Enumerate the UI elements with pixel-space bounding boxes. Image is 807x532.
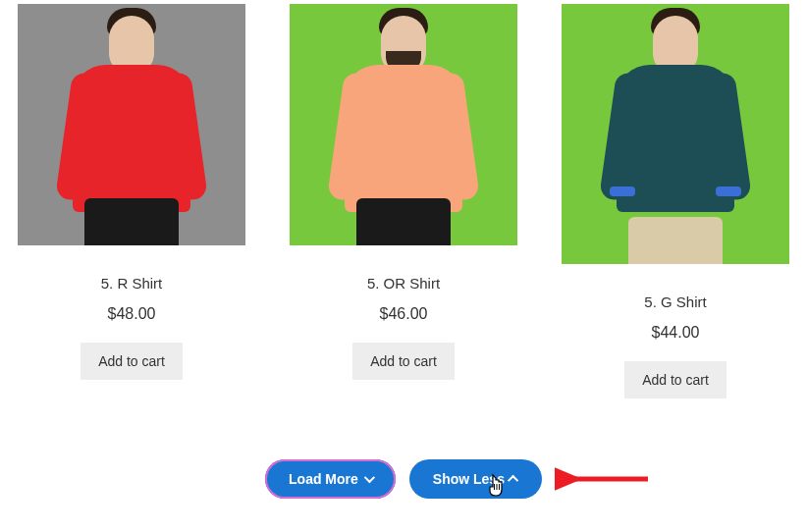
product-title: 5. OR Shirt (367, 275, 440, 292)
chevron-down-icon (364, 472, 375, 483)
load-more-button[interactable]: Load More (265, 459, 396, 499)
show-less-button[interactable]: Show Less (409, 459, 542, 499)
annotation-arrow-icon (555, 464, 653, 494)
product-price: $46.00 (380, 305, 428, 323)
product-card: 5. G Shirt $44.00 Add to cart (562, 4, 789, 399)
product-image-link[interactable] (18, 4, 245, 245)
pagination-controls: Load More Show Less (0, 459, 807, 499)
product-grid: 5. R Shirt $48.00 Add to cart 5. OR Shir… (0, 0, 807, 399)
chevron-up-icon (508, 475, 518, 486)
product-title: 5. G Shirt (644, 293, 706, 310)
product-price: $44.00 (652, 324, 700, 342)
product-title: 5. R Shirt (101, 275, 163, 292)
product-card: 5. R Shirt $48.00 Add to cart (18, 4, 245, 399)
add-to-cart-button[interactable]: Add to cart (624, 361, 726, 399)
show-less-label: Show Less (433, 471, 505, 487)
add-to-cart-button[interactable]: Add to cart (352, 343, 455, 380)
product-image (58, 4, 205, 245)
product-price: $48.00 (108, 305, 156, 323)
load-more-label: Load More (289, 471, 358, 487)
product-card: 5. OR Shirt $46.00 Add to cart (290, 4, 517, 399)
product-image-link[interactable] (562, 4, 789, 264)
product-image (602, 4, 749, 264)
add-to-cart-button[interactable]: Add to cart (81, 343, 183, 380)
product-image (330, 4, 477, 245)
product-image-link[interactable] (290, 4, 517, 245)
